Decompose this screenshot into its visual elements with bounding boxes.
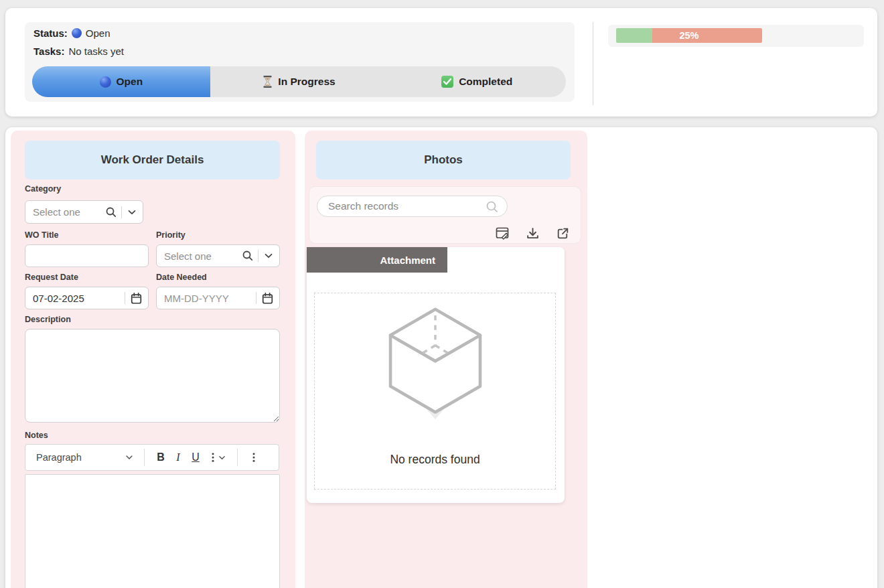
status-card: Status: Open Tasks: No tasks yet Open bbox=[5, 8, 877, 117]
paragraph-style-dropdown[interactable]: Paragraph bbox=[36, 452, 137, 463]
search-icon bbox=[105, 206, 117, 218]
open-external-button[interactable] bbox=[556, 226, 570, 240]
status-line: Status: Open bbox=[33, 27, 110, 39]
divider bbox=[125, 292, 125, 304]
chevron-down-icon[interactable] bbox=[127, 207, 137, 218]
chevron-down-icon bbox=[125, 453, 134, 462]
underline-button[interactable]: U bbox=[187, 447, 204, 467]
notes-label: Notes bbox=[25, 431, 48, 440]
italic-button[interactable]: I bbox=[169, 447, 187, 467]
description-label: Description bbox=[25, 315, 71, 324]
tasks-line: Tasks: No tasks yet bbox=[33, 46, 124, 57]
calendar-icon[interactable] bbox=[261, 292, 274, 305]
search-icon bbox=[242, 250, 254, 262]
blue-sphere-icon bbox=[100, 76, 111, 88]
work-order-panel-title: Work Order Details bbox=[25, 141, 280, 179]
status-summary: Status: Open Tasks: No tasks yet Open bbox=[25, 22, 575, 102]
download-tray-icon bbox=[526, 226, 540, 240]
wo-title-field-wrap bbox=[25, 244, 149, 267]
segment-completed[interactable]: Completed bbox=[388, 66, 566, 97]
date-needed-field[interactable] bbox=[156, 287, 280, 309]
request-date-field[interactable] bbox=[25, 287, 149, 309]
progress-container: 25% bbox=[608, 25, 864, 47]
priority-label: Priority bbox=[156, 230, 186, 240]
category-select[interactable]: Select one bbox=[25, 200, 143, 224]
open-box-icon bbox=[382, 304, 488, 422]
tasks-label: Tasks: bbox=[33, 46, 64, 57]
attachment-content: No records found bbox=[307, 247, 565, 503]
green-check-icon bbox=[441, 76, 453, 88]
empty-state-text: No records found bbox=[315, 453, 555, 467]
notes-rich-text-toolbar: Paragraph B I U bbox=[25, 444, 279, 471]
segment-open-label: Open bbox=[117, 76, 143, 88]
status-label: Status: bbox=[33, 27, 68, 39]
blue-sphere-icon bbox=[72, 28, 82, 38]
priority-select[interactable]: Select one bbox=[156, 244, 280, 267]
form-pencil-icon bbox=[495, 226, 510, 240]
request-date-input[interactable] bbox=[25, 287, 121, 309]
date-needed-input[interactable] bbox=[157, 287, 252, 309]
date-needed-label: Date Needed bbox=[156, 273, 207, 282]
divider bbox=[258, 250, 259, 262]
chevron-down-icon bbox=[218, 453, 226, 462]
work-order-panel: Work Order Details Category Select one W… bbox=[11, 131, 295, 588]
photos-panel-title: Photos bbox=[316, 141, 571, 179]
wo-title-label: WO Title bbox=[25, 230, 58, 240]
segment-in-progress-label: In Progress bbox=[278, 76, 335, 88]
toolbar-overflow-button[interactable] bbox=[245, 447, 263, 467]
segment-in-progress[interactable]: In Progress bbox=[210, 66, 388, 97]
description-textarea[interactable] bbox=[25, 329, 280, 423]
main-card: Work Order Details Category Select one W… bbox=[5, 127, 877, 588]
divider bbox=[256, 292, 256, 304]
photos-action-icons bbox=[495, 226, 570, 240]
wo-title-input[interactable] bbox=[25, 245, 148, 267]
category-label: Category bbox=[25, 184, 61, 194]
notes-editor-area[interactable] bbox=[25, 474, 280, 588]
more-formatting-dropdown[interactable] bbox=[204, 447, 230, 467]
photos-toolbar bbox=[309, 186, 581, 244]
status-value: Open bbox=[86, 27, 110, 39]
search-records-field bbox=[317, 196, 508, 217]
edit-records-button[interactable] bbox=[495, 226, 510, 240]
vertical-divider bbox=[593, 22, 593, 105]
request-date-label: Request Date bbox=[25, 273, 78, 282]
progress-bar: 25% bbox=[616, 28, 762, 43]
calendar-icon[interactable] bbox=[130, 292, 143, 305]
divider bbox=[121, 206, 122, 218]
status-segmented-bar: Open In Progress Completed bbox=[32, 66, 566, 97]
chevron-down-icon[interactable] bbox=[263, 250, 274, 261]
paragraph-style-label: Paragraph bbox=[36, 452, 82, 463]
tasks-value: No tasks yet bbox=[68, 46, 124, 57]
kebab-dots-icon bbox=[208, 452, 218, 463]
external-link-icon bbox=[556, 226, 570, 240]
toolbar-divider bbox=[237, 449, 238, 466]
search-records-input[interactable] bbox=[317, 196, 507, 216]
empty-state-box: No records found bbox=[314, 293, 556, 490]
bold-button[interactable]: B bbox=[152, 447, 169, 467]
search-icon bbox=[486, 200, 499, 214]
kebab-dots-icon bbox=[249, 452, 259, 463]
tab-attachment[interactable]: Attachment bbox=[307, 247, 447, 273]
download-button[interactable] bbox=[526, 226, 540, 240]
photos-panel: Photos bbox=[305, 131, 587, 588]
segment-open[interactable]: Open bbox=[32, 66, 210, 97]
category-placeholder: Select one bbox=[25, 206, 105, 218]
progress-percent: 25% bbox=[616, 28, 762, 43]
priority-placeholder: Select one bbox=[157, 250, 242, 262]
toolbar-divider bbox=[144, 449, 145, 466]
segment-completed-label: Completed bbox=[459, 76, 512, 88]
hourglass-icon bbox=[263, 75, 273, 88]
